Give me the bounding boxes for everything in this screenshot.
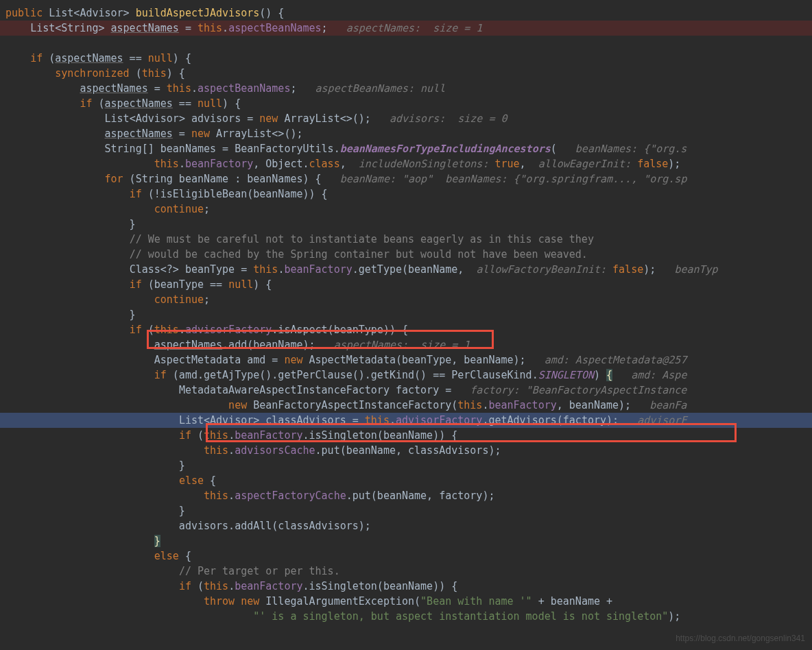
code-line[interactable]: continue; bbox=[0, 292, 812, 307]
code-editor[interactable]: public List<Advisor> buildAspectJAdvisor… bbox=[0, 0, 812, 650]
code-line[interactable]: if (!isEligibleBean(beanName)) { bbox=[0, 186, 812, 202]
code-line[interactable]: else { bbox=[0, 473, 812, 488]
code-line[interactable]: } bbox=[0, 217, 812, 232]
code-line[interactable]: List<Advisor> classAdvisors = this.advis… bbox=[0, 413, 812, 428]
code-line[interactable]: } bbox=[0, 307, 812, 322]
code-line[interactable]: this.beanFactory, Object.class, includeN… bbox=[0, 156, 812, 171]
code-block[interactable]: public List<Advisor> buildAspectJAdvisor… bbox=[0, 5, 812, 624]
code-line[interactable]: this.aspectFactoryCache.put(beanName, fa… bbox=[0, 488, 812, 503]
code-line[interactable]: // Per target or per this. bbox=[0, 564, 812, 579]
code-line[interactable]: List<String> aspectNames = this.aspectBe… bbox=[0, 21, 812, 36]
code-line[interactable]: aspectNames.add(beanName); aspectNames: … bbox=[0, 337, 812, 352]
code-line[interactable]: throw new IllegalArgumentException("Bean… bbox=[0, 594, 812, 609]
code-line[interactable]: // would be cached by the Spring contain… bbox=[0, 247, 812, 262]
code-line[interactable]: public List<Advisor> buildAspectJAdvisor… bbox=[0, 5, 812, 21]
code-line[interactable] bbox=[0, 36, 812, 51]
code-line[interactable]: if (beanType == null) { bbox=[0, 277, 812, 292]
code-line[interactable]: aspectNames = new ArrayList<>(); bbox=[0, 126, 812, 141]
code-line[interactable]: if (aspectNames == null) { bbox=[0, 51, 812, 66]
code-line[interactable]: List<Advisor> advisors = new ArrayList<>… bbox=[0, 111, 812, 126]
code-line[interactable]: AspectMetadata amd = new AspectMetadata(… bbox=[0, 352, 812, 368]
code-line[interactable]: // We must be careful not to instantiate… bbox=[0, 232, 812, 247]
code-line[interactable]: else { bbox=[0, 549, 812, 564]
code-line[interactable]: if (this.advisorFactory.isAspect(beanTyp… bbox=[0, 322, 812, 337]
watermark: https://blog.csdn.net/gongsenlin341 bbox=[676, 631, 805, 646]
code-line[interactable]: Class<?> beanType = this.beanFactory.get… bbox=[0, 262, 812, 277]
code-line[interactable]: continue; bbox=[0, 202, 812, 217]
code-line[interactable]: new BeanFactoryAspectInstanceFactory(thi… bbox=[0, 398, 812, 413]
code-line[interactable]: if (aspectNames == null) { bbox=[0, 96, 812, 111]
code-line[interactable]: } bbox=[0, 503, 812, 518]
code-line[interactable]: aspectNames = this.aspectBeanNames; aspe… bbox=[0, 81, 812, 96]
code-line[interactable]: String[] beanNames = BeanFactoryUtils.be… bbox=[0, 141, 812, 156]
code-line[interactable]: "' is a singleton, but aspect instantiat… bbox=[0, 609, 812, 624]
code-line[interactable]: } bbox=[0, 533, 812, 549]
code-line[interactable]: advisors.addAll(classAdvisors); bbox=[0, 518, 812, 533]
code-line[interactable]: if (this.beanFactory.isSingleton(beanNam… bbox=[0, 579, 812, 594]
code-line[interactable]: if (amd.getAjType().getPerClause().getKi… bbox=[0, 368, 812, 383]
code-line[interactable]: MetadataAwareAspectInstanceFactory facto… bbox=[0, 383, 812, 398]
code-line[interactable]: synchronized (this) { bbox=[0, 66, 812, 81]
code-line[interactable]: if (this.beanFactory.isSingleton(beanNam… bbox=[0, 428, 812, 443]
code-line[interactable]: } bbox=[0, 458, 812, 473]
code-line[interactable]: this.advisorsCache.put(beanName, classAd… bbox=[0, 443, 812, 458]
code-line[interactable]: for (String beanName : beanNames) { bean… bbox=[0, 171, 812, 186]
